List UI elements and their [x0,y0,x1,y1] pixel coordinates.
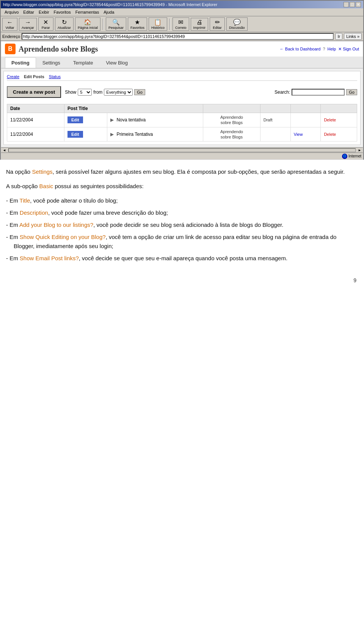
edit-button-1[interactable]: Edit [67,116,83,123]
create-new-post-button[interactable]: Create a new post [7,86,61,98]
address-go-button[interactable]: Ir [335,33,342,40]
show-email-highlight: Show Email Post links? [20,255,79,261]
list-item: Em Title, você pode alterar o título do … [6,196,358,205]
view-link-2[interactable]: View [294,132,303,137]
post-view-1 [290,113,321,127]
col-status [260,104,290,113]
search-go-button[interactable]: Go [346,89,357,95]
show-go-button[interactable]: Go [134,89,145,95]
refresh-button[interactable]: ↻Atualizar [55,17,74,31]
back-to-dashboard-link[interactable]: ← Back to Dashboard [280,47,321,51]
col-view [290,104,321,113]
address-label: Endereço [2,34,20,39]
print-button[interactable]: 🖨Imprimir [191,18,209,31]
from-select[interactable]: Everything [104,89,133,96]
blogger-tabs: Posting Settings Template View Blog [1,57,363,69]
blogger-header: B Aprendendo sobre Blogs ← Back to Dashb… [1,41,363,57]
window-title: http://www.blogger.com/app/blog.pyra?blo… [3,2,217,7]
post-delete-1: Delete [321,113,357,127]
globe-icon: 🌐 [342,154,347,159]
table-row: 11/22/2004 Edit ▶ Primeira Tentativa Apr… [7,127,357,141]
menu-arquivo[interactable]: Arquivo [2,9,21,15]
browser-window: http://www.blogger.com/app/blog.pyra?blo… [0,0,364,160]
minimize-button[interactable]: _ [344,2,349,7]
edit-button-2[interactable]: Edit [67,131,83,138]
post-arrow-2: ▶ [110,132,114,137]
list-item: Em Show Email Post links?, você decide s… [6,254,358,263]
sub-tab-create[interactable]: Create [7,74,19,79]
blogger-logo-icon: B [5,44,16,54]
article-para-2: A sub-opção Basic possui as seguintes po… [6,182,358,191]
tab-posting[interactable]: Posting [5,57,36,68]
list-item: Em Show Quick Editing on your Blog?, voc… [6,233,358,251]
page-number-area: 9 [0,274,364,287]
links-button[interactable]: Links » [344,33,362,40]
tab-view-blog[interactable]: View Blog [99,57,134,68]
forward-button[interactable]: →Avançar [19,18,37,31]
table-row: 11/22/2004 Edit ▶ Nova tentativa Aprende… [7,113,357,127]
list-item: Em Add your Blog to our listings?, você … [6,220,358,230]
menu-exibir[interactable]: Exibir [36,9,52,15]
show-count-select[interactable]: 5 10 25 [78,89,92,96]
home-button[interactable]: 🏠Página inicial [75,17,100,31]
delete-link-2[interactable]: Delete [324,132,336,137]
sub-tab-status[interactable]: Status [49,74,61,79]
address-bar: Endereço Ir Links » [1,32,363,41]
post-title-cell-1: ▶ Nova tentativa [107,113,203,127]
delete-link-1[interactable]: Delete [324,118,336,122]
post-title-2: Primeira Tentativa [116,132,153,137]
signout-link[interactable]: ✕ Sign Out [338,47,359,52]
address-input[interactable] [22,33,334,40]
close-button[interactable]: ✕ [356,2,361,7]
post-date-1: 11/22/2004 [7,113,64,127]
description-highlight: Description [20,209,48,216]
edit-button[interactable]: ✏Editar [210,17,225,31]
post-title-cell-2: ▶ Primeira Tentativa [107,127,203,141]
discuss-button[interactable]: 💬Discussão [226,17,248,31]
title-bar: http://www.blogger.com/app/blog.pyra?blo… [1,1,363,8]
create-bar: Create a new post Show 5 10 25 from Ever… [7,84,357,100]
search-area: Search: Go [275,89,357,96]
show-label: Show [65,90,76,95]
menu-bar: Arquivo Editar Exibir Favoritos Ferramen… [1,8,363,16]
toolbar-separator-2 [169,19,170,30]
article-list: Em Title, você pode alterar o título do … [6,196,358,263]
help-link[interactable]: Help [328,47,336,51]
edit-cell-1: Edit [64,113,107,127]
menu-ferramentas[interactable]: Ferramentas [73,9,101,15]
horizontal-scrollbar[interactable]: ◄ ► [1,147,363,152]
from-label: from [93,90,102,95]
post-title-1: Nova tentativa [116,117,146,123]
show-controls: Show 5 10 25 from Everything Go [65,89,145,96]
sub-tabs: Create Edit Posts Status [7,74,357,81]
status-bar-right: 🌐 Internet [342,154,361,159]
col-date: Date [7,104,64,113]
window-controls: _ □ ✕ [344,2,361,7]
article-content: Na opção Settings, será possível fazer a… [0,160,364,274]
blogger-content-area: Create Edit Posts Status Create a new po… [3,71,361,145]
menu-favoritos[interactable]: Favoritos [52,9,73,15]
maximize-button[interactable]: □ [350,2,355,7]
blogger-nav-right: ← Back to Dashboard ? Help ✕ Sign Out [280,47,359,52]
post-delete-2: Delete [321,127,357,141]
mail-button[interactable]: ✉Correio [173,17,189,31]
page-number: 9 [353,277,356,283]
list-item: Em Description, você pode fazer uma brev… [6,208,358,217]
add-blog-highlight: Add your Blog to our listings? [19,222,93,228]
menu-ajuda[interactable]: Ajuda [101,9,116,15]
history-button[interactable]: 📋Histórico [149,17,167,31]
bottom-space [0,287,364,310]
menu-editar[interactable]: Editar [21,9,36,15]
blogger-page: B Aprendendo sobre Blogs ← Back to Dashb… [1,41,363,160]
post-date-2: 11/22/2004 [7,127,64,141]
tab-template[interactable]: Template [67,57,100,68]
search-input[interactable] [292,89,345,96]
tab-settings[interactable]: Settings [36,57,67,68]
favorites-button[interactable]: ★Favoritos [128,17,147,31]
back-button[interactable]: ←Voltar [2,18,17,31]
stop-button[interactable]: ✕Parar [38,17,53,31]
search-button[interactable]: 🔍Pesquisar [106,17,126,31]
posts-table: Date Post Title 11/22/2004 Edit [7,104,357,141]
sub-tab-edit-posts[interactable]: Edit Posts [24,74,44,79]
browser-toolbar: ←Voltar →Avançar ✕Parar ↻Atualizar 🏠Pági… [1,16,363,32]
